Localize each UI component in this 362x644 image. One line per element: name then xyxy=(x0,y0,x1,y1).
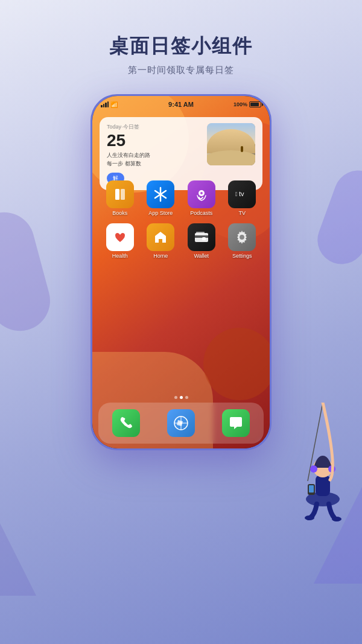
battery-fill xyxy=(250,103,259,106)
app-appstore[interactable]: App Store xyxy=(143,180,178,216)
phone-frame: 📶 9:41 AM 100% Today·今日签 25 xyxy=(91,94,272,450)
widget-date: 25 xyxy=(107,132,201,149)
svg-point-28 xyxy=(180,422,182,424)
page-subtitle: 第一时间领取专属每日签 xyxy=(0,65,362,76)
home-label: Home xyxy=(153,253,168,259)
app-home[interactable]: Home xyxy=(143,223,178,259)
svg-point-6 xyxy=(305,515,314,520)
wallpaper: 📶 9:41 AM 100% Today·今日签 25 xyxy=(92,96,270,448)
books-label: Books xyxy=(112,210,127,216)
app-podcasts[interactable]: Podcasts xyxy=(184,180,219,216)
app-books[interactable]: Books xyxy=(103,180,138,216)
app-settings[interactable]: Settings xyxy=(224,223,259,259)
header: 桌面日签小组件 第一时间领取专属每日签 xyxy=(0,0,362,82)
svg-rect-2 xyxy=(316,475,330,496)
dock-safari[interactable] xyxy=(167,409,195,437)
signal-bar-3 xyxy=(105,103,107,107)
settings-icon xyxy=(228,223,256,251)
svg-point-24 xyxy=(240,235,244,240)
widget[interactable]: Today·今日签 25 人生没有白走的路 每一步 都算数 解 xyxy=(100,117,262,190)
battery-icon xyxy=(249,101,261,107)
dot-1 xyxy=(174,396,177,399)
settings-label: Settings xyxy=(232,253,252,259)
battery-percentage: 100% xyxy=(233,101,247,107)
dock-phone[interactable] xyxy=(112,409,140,437)
svg-rect-21 xyxy=(202,237,206,240)
svg-text:tv: tv xyxy=(239,190,244,197)
signal-bar-4 xyxy=(107,101,109,107)
dock-messages[interactable] xyxy=(222,409,250,437)
tv-icon:  tv xyxy=(228,180,256,208)
app-health[interactable]: Health xyxy=(103,223,138,259)
desert-dune-2 xyxy=(207,150,255,165)
page-dots xyxy=(92,396,270,399)
status-left: 📶 xyxy=(101,101,118,108)
app-tv[interactable]:  tv TV xyxy=(224,180,259,216)
app-grid: Books App Store xyxy=(92,180,270,266)
character-svg xyxy=(290,403,356,523)
appstore-icon xyxy=(147,180,174,208)
svg-rect-11 xyxy=(121,189,125,200)
page-title: 桌面日签小组件 xyxy=(0,33,362,60)
desert-figure xyxy=(241,146,243,152)
status-bar: 📶 9:41 AM 100% xyxy=(92,96,270,113)
widget-line2: 每一步 都算数 xyxy=(107,161,141,167)
svg-point-7 xyxy=(332,517,341,521)
widget-today-label: Today·今日签 xyxy=(107,123,201,131)
wallpaper-shape-4 xyxy=(203,328,270,400)
phone-screen: 📶 9:41 AM 100% Today·今日签 25 xyxy=(92,96,270,448)
status-right: 100% xyxy=(233,101,261,107)
app-row-2: Health Home xyxy=(100,223,262,259)
svg-text::  xyxy=(235,191,238,197)
svg-rect-10 xyxy=(115,189,119,200)
bg-triangle-left xyxy=(0,523,36,596)
signal-icon xyxy=(101,101,109,107)
svg-rect-22 xyxy=(196,232,205,234)
signal-bar-1 xyxy=(101,105,103,107)
widget-image-inner xyxy=(207,123,255,165)
widget-text: 人生没有白走的路 每一步 都算数 xyxy=(107,151,201,168)
books-icon xyxy=(106,180,134,208)
phone-mockup: 📶 9:41 AM 100% Today·今日签 25 xyxy=(0,94,362,450)
svg-rect-20 xyxy=(195,235,208,238)
health-label: Health xyxy=(112,253,128,259)
tv-label: TV xyxy=(238,210,246,216)
widget-line1: 人生没有白走的路 xyxy=(107,152,150,158)
status-time: 9:41 AM xyxy=(168,101,194,108)
app-wallet[interactable]: Wallet xyxy=(184,223,219,259)
widget-image xyxy=(207,123,255,165)
wallet-icon xyxy=(188,223,215,251)
wifi-icon: 📶 xyxy=(110,101,118,108)
dock xyxy=(98,403,264,444)
appstore-label: App Store xyxy=(148,210,173,216)
dot-3 xyxy=(185,396,188,399)
widget-content: Today·今日签 25 人生没有白走的路 每一步 都算数 解 xyxy=(107,123,201,184)
app-row-1: Books App Store xyxy=(100,180,262,216)
podcasts-icon xyxy=(188,180,215,208)
podcasts-label: Podcasts xyxy=(190,210,212,216)
wallet-label: Wallet xyxy=(194,253,209,259)
health-icon xyxy=(106,223,134,251)
svg-point-4 xyxy=(310,465,317,473)
signal-bar-2 xyxy=(103,104,105,107)
home-icon xyxy=(147,223,174,251)
character-illustration xyxy=(290,403,356,523)
svg-rect-9 xyxy=(309,485,314,493)
svg-point-16 xyxy=(200,192,203,194)
dot-2 xyxy=(180,396,183,399)
